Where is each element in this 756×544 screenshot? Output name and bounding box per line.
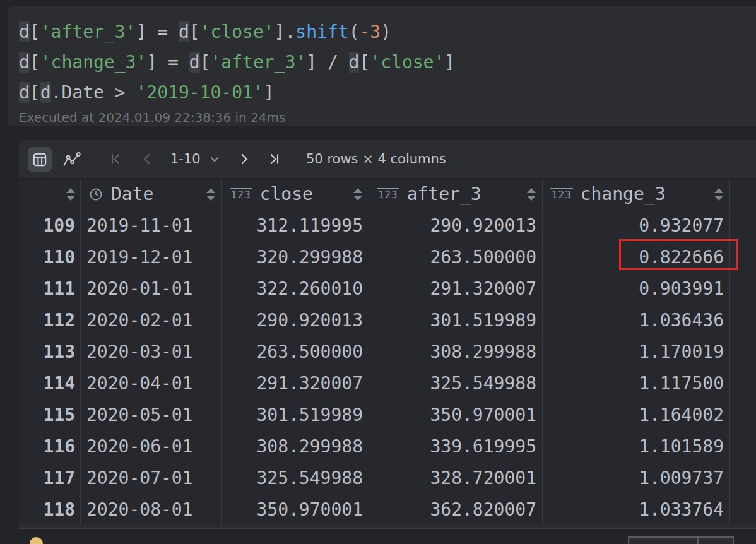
table-cell-close[interactable]: 322.260010 xyxy=(222,273,369,305)
cell-run-indicator-dot xyxy=(30,537,43,544)
table-cell-after_3[interactable]: 291.320007 xyxy=(369,273,543,305)
table-row: 1162020-06-01308.299988339.6199951.10158… xyxy=(19,431,756,463)
previous-page-button[interactable] xyxy=(138,149,158,169)
table-view-icon xyxy=(32,151,48,168)
code-token-op: ) xyxy=(381,21,391,42)
code-token-fn: shift xyxy=(295,21,348,42)
partial-popup xyxy=(628,536,734,544)
table-cell-change_3[interactable]: 1.033764 xyxy=(543,494,730,526)
last-page-button[interactable] xyxy=(264,149,284,169)
sort-icon[interactable] xyxy=(527,188,536,201)
table-cell-after_3[interactable]: 290.920013 xyxy=(369,210,543,242)
code-token-op: ] xyxy=(146,52,157,73)
toolbar-divider xyxy=(95,148,95,170)
table-row: 1182020-08-01350.970001362.8200071.03376… xyxy=(19,494,756,526)
table-cell-date[interactable]: 2020-01-01 xyxy=(81,273,222,305)
table-cell-date[interactable]: 2020-02-01 xyxy=(81,305,222,336)
table-cell-close[interactable]: 301.519989 xyxy=(222,399,369,431)
code-token-num: -3 xyxy=(359,21,381,42)
table-cell-change_3[interactable]: 1.101589 xyxy=(543,431,730,463)
row-filler xyxy=(730,399,756,431)
table-cell-date[interactable]: 2019-12-01 xyxy=(81,242,222,273)
code-token-id: d xyxy=(179,21,189,42)
header-close-column[interactable]: 123 close xyxy=(222,179,369,210)
code-line: d['change_3'] = d['after_3'] / d['close'… xyxy=(19,47,756,78)
table-cell-change_3[interactable]: 1.117500 xyxy=(543,368,730,399)
table-cell-date[interactable]: 2019-11-01 xyxy=(81,210,222,242)
dataframe-grid: Date 123 close 123 after_3 123 xyxy=(19,178,756,525)
table-row: 1172020-07-01325.549988328.7200011.00973… xyxy=(19,463,756,494)
table-cell-index[interactable]: 110 xyxy=(19,242,81,273)
code-token-op: ] xyxy=(306,52,317,73)
chart-view-button[interactable] xyxy=(59,147,83,172)
row-filler xyxy=(730,494,756,526)
numeric-123-icon: 123 xyxy=(230,188,252,201)
table-cell-index[interactable]: 118 xyxy=(19,494,81,526)
table-cell-index[interactable]: 117 xyxy=(19,463,81,494)
table-cell-index[interactable]: 109 xyxy=(19,210,81,242)
table-cell-close[interactable]: 308.299988 xyxy=(222,431,369,463)
dropdown-chevron-icon xyxy=(208,153,221,165)
table-cell-change_3[interactable]: 1.009737 xyxy=(543,463,730,494)
table-cell-after_3[interactable]: 339.619995 xyxy=(369,431,543,463)
table-cell-change_3[interactable]: 1.164002 xyxy=(543,399,730,431)
code-token-str: 'change_3' xyxy=(40,52,147,73)
table-cell-after_3[interactable]: 325.549988 xyxy=(369,368,543,399)
table-cell-date[interactable]: 2020-04-01 xyxy=(81,368,222,399)
table-cell-after_3[interactable]: 301.519989 xyxy=(369,305,543,336)
sort-icon[interactable] xyxy=(714,188,723,201)
sort-icon[interactable] xyxy=(206,188,215,201)
table-view-button[interactable] xyxy=(28,147,52,172)
column-label: close xyxy=(260,184,313,204)
table-cell-change_3[interactable]: 1.170019 xyxy=(543,336,730,368)
row-filler xyxy=(730,336,756,368)
table-cell-date[interactable]: 2020-08-01 xyxy=(81,494,222,526)
header-date-column[interactable]: Date xyxy=(81,179,222,210)
table-cell-index[interactable]: 114 xyxy=(19,368,81,399)
column-label: Date xyxy=(111,184,153,204)
code-token-op: ] xyxy=(444,52,455,73)
first-page-button[interactable] xyxy=(106,149,126,169)
table-cell-date[interactable]: 2020-03-01 xyxy=(81,336,222,368)
code-token-op: [ xyxy=(189,21,200,42)
header-after3-column[interactable]: 123 after_3 xyxy=(369,179,543,210)
code-token-op: ] xyxy=(136,21,146,42)
table-cell-close[interactable]: 312.119995 xyxy=(222,210,369,242)
code-token-op: = xyxy=(157,52,189,73)
table-cell-close[interactable]: 325.549988 xyxy=(222,463,369,494)
table-cell-close[interactable]: 291.320007 xyxy=(222,368,369,399)
table-cell-index[interactable]: 115 xyxy=(19,399,81,431)
table-cell-date[interactable]: 2020-06-01 xyxy=(81,431,222,463)
sort-icon[interactable] xyxy=(66,188,75,201)
table-size-summary-wrap: 50 rows × 4 columns xyxy=(306,140,446,178)
clock-icon xyxy=(88,187,103,202)
table-cell-after_3[interactable]: 362.820007 xyxy=(369,494,543,526)
header-change3-column[interactable]: 123 change_3 xyxy=(543,179,730,210)
table-cell-close[interactable]: 290.920013 xyxy=(222,305,369,336)
table-cell-close[interactable]: 350.970001 xyxy=(222,494,369,526)
row-range-dropdown[interactable]: 1-10 xyxy=(170,148,221,170)
table-cell-after_3[interactable]: 350.970001 xyxy=(369,399,543,431)
table-cell-index[interactable]: 113 xyxy=(19,336,81,368)
header-index-column[interactable] xyxy=(19,179,81,210)
table-cell-after_3[interactable]: 308.299988 xyxy=(369,336,543,368)
table-cell-index[interactable]: 116 xyxy=(19,431,81,463)
table-cell-index[interactable]: 111 xyxy=(19,273,81,305)
table-cell-close[interactable]: 320.299988 xyxy=(222,242,369,273)
code-token-op: / xyxy=(317,52,349,73)
table-cell-change_3[interactable]: 0.903991 xyxy=(543,273,730,305)
table-cell-change_3[interactable]: 1.036436 xyxy=(543,305,730,336)
table-size-summary: 50 rows × 4 columns xyxy=(306,151,446,167)
table-cell-change_3[interactable]: 0.932077 xyxy=(543,210,730,242)
table-cell-after_3[interactable]: 263.500000 xyxy=(369,242,543,273)
next-page-button[interactable] xyxy=(233,149,254,169)
table-cell-date[interactable]: 2020-07-01 xyxy=(81,463,222,494)
sort-icon[interactable] xyxy=(353,188,362,201)
table-cell-close[interactable]: 263.500000 xyxy=(222,336,369,368)
table-cell-after_3[interactable]: 328.720001 xyxy=(369,463,543,494)
code-cell-editor[interactable]: d['after_3'] = d['close'].shift(-3)d['ch… xyxy=(8,6,756,126)
table-cell-date[interactable]: 2020-05-01 xyxy=(81,399,222,431)
table-header-row: Date 123 close 123 after_3 123 xyxy=(19,179,756,210)
code-token-op: . xyxy=(285,21,295,42)
table-cell-index[interactable]: 112 xyxy=(19,305,81,336)
